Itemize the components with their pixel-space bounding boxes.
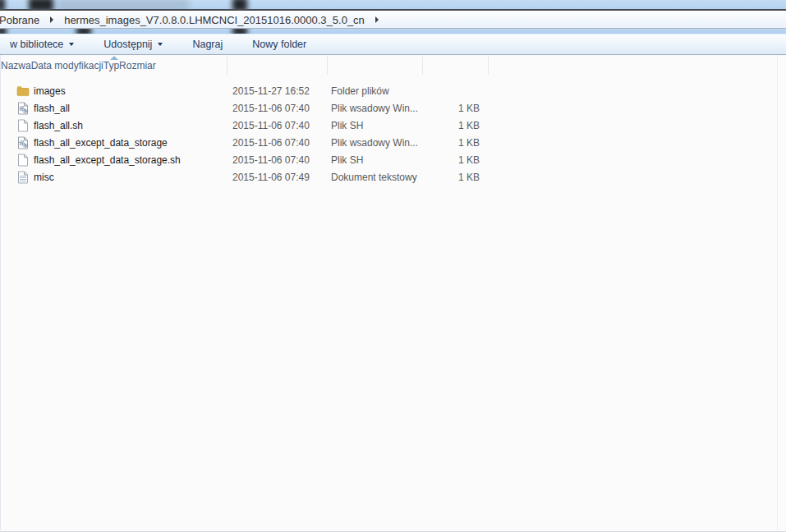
pane-right-divider xyxy=(777,55,778,530)
file-type: Dokument tekstowy xyxy=(327,172,424,183)
column-divider[interactable] xyxy=(488,57,489,75)
toolbar-button-label: Nagraj xyxy=(192,39,223,50)
file-row[interactable]: flash_all 2015-11-06 07:40 Plik wsadowy … xyxy=(1,99,786,117)
folder-icon xyxy=(16,85,30,98)
file-name: flash_all_except_data_storage.sh xyxy=(34,154,181,166)
column-header-label: Nazwa xyxy=(1,60,31,71)
file-name: flash_all_except_data_storage xyxy=(34,137,168,149)
file-size: 1 KB xyxy=(424,154,481,166)
file-row[interactable]: flash_all_except_data_storage 2015-11-06… xyxy=(1,134,786,151)
chevron-down-icon xyxy=(69,43,74,46)
breadcrumb: Pobrane hermes_images_V7.0.8.0.LHMCNCI_2… xyxy=(0,11,384,29)
toolbar-button[interactable]: w bibliotece xyxy=(2,36,81,53)
file-type: Plik wsadowy Win... xyxy=(327,103,424,114)
command-toolbar: w bibliotece Udostępnij Nagraj Nowy fold… xyxy=(0,34,786,55)
file-row[interactable]: flash_all_except_data_storage.sh 2015-11… xyxy=(1,151,786,168)
column-divider[interactable] xyxy=(422,57,423,75)
column-header[interactable]: Nazwa xyxy=(1,55,31,76)
column-header[interactable]: Data modyfikacji xyxy=(31,55,103,76)
column-divider[interactable] xyxy=(327,57,328,75)
sort-ascending-icon xyxy=(110,56,118,60)
file-modified-date: 2015-11-27 16:52 xyxy=(227,85,327,97)
column-header-label: Rozmiar xyxy=(119,60,156,71)
file-list-pane: Nazwa Data modyfikacji Typ Rozmiar xyxy=(0,55,786,530)
background-window-blur xyxy=(57,0,189,9)
file-name-cell: flash_all_except_data_storage.sh xyxy=(1,154,227,167)
toolbar-button[interactable]: Nowy folder xyxy=(245,36,314,53)
column-header[interactable]: Rozmiar xyxy=(119,55,156,76)
file-name-cell: flash_all xyxy=(1,102,227,115)
address-bar[interactable]: Pobrane hermes_images_V7.0.8.0.LHMCNCI_2… xyxy=(0,11,786,29)
column-divider[interactable] xyxy=(227,57,228,75)
column-header-label: Data modyfikacji xyxy=(31,60,103,71)
breadcrumb-chevron-icon[interactable] xyxy=(50,16,53,23)
file-list: images 2015-11-27 16:52 Folder plików fl… xyxy=(1,76,786,186)
file-name: misc xyxy=(34,172,54,183)
background-window-blur xyxy=(0,0,5,9)
file-modified-date: 2015-11-06 07:40 xyxy=(227,154,327,166)
background-window-blur xyxy=(232,0,247,9)
background-window-blur xyxy=(0,29,7,34)
file-type: Plik SH xyxy=(327,120,424,131)
chevron-down-icon xyxy=(158,43,163,46)
background-window-blur xyxy=(29,0,53,9)
column-headers: Nazwa Data modyfikacji Typ Rozmiar xyxy=(1,55,786,76)
toolbar-button-label: Udostępnij xyxy=(103,39,152,50)
file-name-cell: flash_all.sh xyxy=(1,119,227,132)
file-name-cell: images xyxy=(1,85,227,98)
batch-file-icon xyxy=(16,136,30,149)
background-window-blur xyxy=(232,29,247,34)
file-row[interactable]: images 2015-11-27 16:52 Folder plików xyxy=(1,82,786,99)
file-type: Folder plików xyxy=(327,85,424,97)
explorer-window: Pobrane hermes_images_V7.0.8.0.LHMCNCI_2… xyxy=(0,0,786,532)
column-header-label: Typ xyxy=(103,60,119,71)
breadcrumb-chevron-icon[interactable] xyxy=(375,16,379,23)
file-name: images xyxy=(34,85,66,97)
file-size: 1 KB xyxy=(424,120,481,131)
file-size: 1 KB xyxy=(424,103,481,114)
toolbar-button-label: Nowy folder xyxy=(252,39,306,50)
file-size: 1 KB xyxy=(424,137,481,149)
file-type: Plik SH xyxy=(327,154,424,166)
breadcrumb-item-current[interactable]: hermes_images_V7.0.8.0.LHMCNCI_20151016.… xyxy=(59,14,370,26)
file-name-cell: flash_all_except_data_storage xyxy=(1,136,227,149)
glass-band xyxy=(0,29,786,34)
file-modified-date: 2015-11-06 07:49 xyxy=(227,172,327,183)
file-name-cell: misc xyxy=(1,171,227,184)
toolbar-button-label: w bibliotece xyxy=(10,39,63,50)
toolbar-button[interactable]: Nagraj xyxy=(185,36,230,53)
toolbar-button[interactable]: Udostępnij xyxy=(96,36,170,53)
file-modified-date: 2015-11-06 07:40 xyxy=(227,137,327,149)
window-glass-strip xyxy=(0,0,786,9)
batch-file-icon xyxy=(16,102,30,115)
file-row[interactable]: flash_all.sh 2015-11-06 07:40 Plik SH 1 … xyxy=(1,117,786,134)
file-icon xyxy=(16,154,30,167)
file-modified-date: 2015-11-06 07:40 xyxy=(227,103,327,114)
file-modified-date: 2015-11-06 07:40 xyxy=(227,120,327,131)
background-window-blur xyxy=(76,29,91,34)
file-name: flash_all.sh xyxy=(34,120,83,131)
file-size: 1 KB xyxy=(424,172,481,183)
text-file-icon xyxy=(16,171,30,184)
file-row[interactable]: misc 2015-11-06 07:49 Dokument tekstowy … xyxy=(1,168,786,186)
file-type: Plik wsadowy Win... xyxy=(327,137,424,149)
breadcrumb-item-root[interactable]: Pobrane xyxy=(0,14,44,26)
file-icon xyxy=(16,119,30,132)
file-name: flash_all xyxy=(34,103,70,114)
